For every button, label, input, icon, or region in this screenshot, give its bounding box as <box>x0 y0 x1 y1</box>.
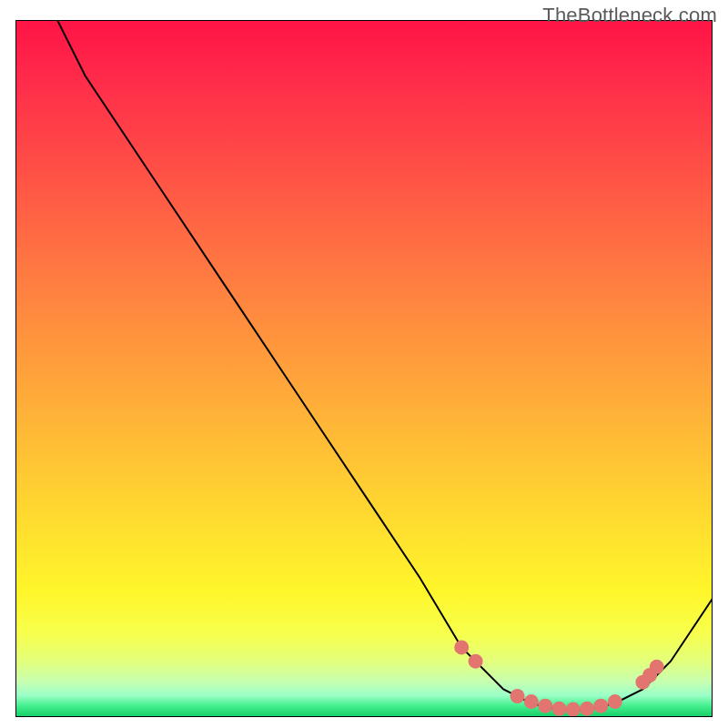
curve-layer <box>15 20 713 717</box>
plot-outer <box>15 20 713 717</box>
marker-dot <box>566 703 581 717</box>
marker-dot <box>469 654 483 669</box>
marker-dot <box>511 689 525 703</box>
marker-dot <box>552 702 567 716</box>
attribution-label: TheBottleneck.com <box>542 4 717 27</box>
bottleneck-curve <box>57 20 713 710</box>
marker-dot <box>650 660 664 674</box>
plot-area <box>15 20 713 717</box>
marker-dot <box>593 699 608 713</box>
marker-dot <box>524 694 539 709</box>
chart-container: TheBottleneck.com <box>0 0 728 728</box>
marker-dot <box>580 702 594 716</box>
marker-dot <box>538 699 552 713</box>
optimal-range-dots <box>454 640 664 716</box>
marker-dot <box>608 694 622 709</box>
marker-dot <box>454 640 469 654</box>
